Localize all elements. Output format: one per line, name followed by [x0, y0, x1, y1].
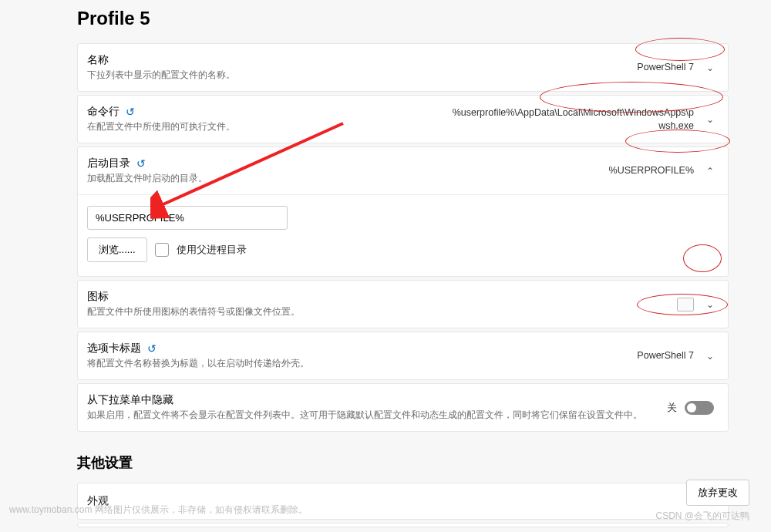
- name-desc: 下拉列表中显示的配置文件的名称。: [87, 69, 637, 82]
- reset-icon[interactable]: ↺: [147, 342, 157, 355]
- chevron-down-icon: ⌄: [706, 299, 714, 310]
- icon-label: 图标: [87, 290, 677, 304]
- commandline-value: %userprofile%\AppData\Local\Microsoft\Wi…: [452, 106, 694, 133]
- hide-toggle[interactable]: [685, 401, 714, 415]
- starting-directory-setting-row: 启动目录 ↺ 加载配置文件时启动的目录。 %USERPROFILE% ⌃ 浏览.…: [77, 146, 729, 277]
- icon-setting-row[interactable]: 图标 配置文件中所使用图标的表情符号或图像文件位置。 ⌄: [77, 280, 729, 328]
- name-label: 名称: [87, 53, 637, 67]
- starting-directory-value: %USERPROFILE%: [609, 164, 694, 177]
- browse-button[interactable]: 浏览......: [87, 237, 147, 262]
- tab-title-label: 选项卡标题: [87, 342, 141, 355]
- starting-directory-header[interactable]: 启动目录 ↺ 加载配置文件时启动的目录。 %USERPROFILE% ⌃: [78, 147, 728, 194]
- discard-changes-button[interactable]: 放弃更改: [686, 480, 749, 506]
- chevron-down-icon: ⌄: [706, 351, 714, 362]
- commandline-label: 命令行: [87, 105, 120, 119]
- starting-directory-desc: 加载配置文件时启动的目录。: [87, 172, 609, 185]
- icon-preview: [677, 298, 694, 311]
- chevron-up-icon: ⌃: [706, 166, 714, 177]
- page-title: Profile 5: [77, 8, 729, 29]
- commandline-setting-row[interactable]: 命令行 ↺ 在配置文件中所使用的可执行文件。 %userprofile%\App…: [77, 95, 729, 143]
- hide-desc: 如果启用，配置文件将不会显示在配置文件列表中。这可用于隐藏默认配置文件和动态生成…: [87, 409, 667, 422]
- name-setting-row[interactable]: 名称 下拉列表中显示的配置文件的名称。 PowerShell 7 ⌄: [77, 43, 729, 92]
- tab-title-desc: 将配置文件名称替换为标题，以在启动时传递给外壳。: [87, 357, 637, 370]
- use-parent-dir-checkbox[interactable]: [155, 243, 169, 257]
- next-row-clipped: [77, 523, 729, 527]
- watermark-right: CSDN @会飞的可达鸭: [655, 510, 749, 523]
- reset-icon[interactable]: ↺: [126, 106, 135, 118]
- hide-label: 从下拉菜单中隐藏: [87, 393, 667, 407]
- starting-directory-input[interactable]: [87, 206, 288, 230]
- hide-from-dropdown-row: 从下拉菜单中隐藏 如果启用，配置文件将不会显示在配置文件列表中。这可用于隐藏默认…: [77, 383, 729, 432]
- toggle-state-label: 关: [667, 401, 677, 415]
- use-parent-dir-label: 使用父进程目录: [177, 243, 247, 257]
- watermark-left: www.toymoban.com 网络图片仅供展示，非存储，如有侵权请联系删除。: [9, 503, 308, 517]
- other-settings-heading: 其他设置: [77, 453, 729, 472]
- tab-title-value: PowerShell 7: [637, 349, 694, 362]
- chevron-down-icon: ⌄: [706, 114, 714, 125]
- commandline-desc: 在配置文件中所使用的可执行文件。: [87, 120, 452, 133]
- tab-title-setting-row[interactable]: 选项卡标题 ↺ 将配置文件名称替换为标题，以在启动时传递给外壳。 PowerSh…: [77, 332, 729, 380]
- icon-desc: 配置文件中所使用图标的表情符号或图像文件位置。: [87, 305, 677, 318]
- reset-icon[interactable]: ↺: [136, 157, 146, 170]
- name-value: PowerShell 7: [637, 61, 694, 74]
- chevron-down-icon: ⌄: [706, 62, 714, 73]
- starting-directory-label: 启动目录: [87, 157, 130, 170]
